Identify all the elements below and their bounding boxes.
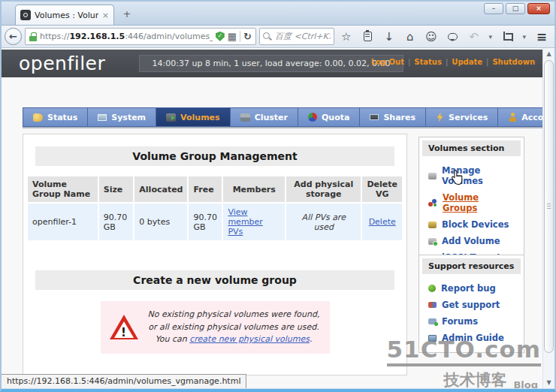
sidebar-item-forums[interactable]: Forums [428,313,516,330]
tab-accounts[interactable]: Accounts [498,107,542,127]
chat-bubble-icon[interactable] [448,33,458,41]
create-new-physical-volumes-link[interactable]: create new physical volumes [189,334,310,344]
watermark-caption: 技术博客 Blog [387,369,541,388]
vg-allocated-cell: 0 bytes [134,204,187,240]
col-allocated: Allocated [134,176,187,202]
vg-members-cell: View member PVs [223,204,285,240]
shield-icon[interactable]: ✓ [216,32,225,41]
divider [240,31,240,42]
search-input[interactable] [275,32,331,41]
view-member-pvs-link[interactable]: View member PVs [228,207,262,237]
manage-volumes-icon [428,173,437,179]
tab-cluster[interactable]: Cluster [231,107,298,127]
add-volume-icon [428,238,437,245]
undo-dropdown-caret-icon[interactable]: ▾ [486,33,495,41]
watermark-caption-cn: 技术博客 [443,369,506,388]
support-resources-title: Support resources [422,258,521,274]
lock-icon [29,32,37,41]
tab-shares[interactable]: Shares [360,107,426,127]
new-tab-button[interactable]: + [120,8,134,21]
search-box[interactable] [259,28,334,45]
bookmark-star-icon[interactable]: ☆ [337,30,355,44]
openfiler-header: openfiler 14:00:37 up 8 min, 1 user, loa… [2,50,542,77]
cluster-tab-icon [240,113,250,122]
warning-text: No existing physical volumes were found,… [147,309,321,346]
col-size: Size [99,176,134,202]
divider: | [486,58,488,66]
downloads-icon[interactable]: ↓ [380,30,398,44]
tab-close-icon[interactable]: × [102,11,109,20]
qr-code-icon[interactable]: ▦ [228,32,237,41]
volumes-tab-icon [166,113,176,122]
status-tab-icon [33,113,43,122]
col-members: Members [223,176,285,202]
header-links: Log Out | Status | Update | Shutdown [371,58,535,66]
tab-status[interactable]: Status [23,107,88,127]
divider: | [446,58,448,66]
uptime-status: 14:00:37 up 8 min, 1 user, load average:… [139,55,403,72]
logout-link[interactable]: Log Out [371,58,404,66]
report-bug-link[interactable]: Report bug [441,283,496,294]
browser-scrollbar[interactable]: ▲ ▼ [542,48,554,388]
main-content-panel: Volume Group Management Volume Group Nam… [23,134,407,375]
divider: | [408,58,410,66]
sidebar-item-manage-volumes[interactable]: Manage Volumes [428,162,516,189]
shutdown-link[interactable]: Shutdown [492,58,535,66]
back-button[interactable]: ← [5,28,22,45]
reload-button[interactable]: ↻ [243,31,252,42]
url-path: :446/admin/volumes_vgmana [125,32,213,41]
browser-tab[interactable]: Volumes : Volume Groups × [15,5,114,25]
maximize-button[interactable]: □ [506,3,525,14]
51cto-watermark: 51CTO.com 技术博客 Blog [387,338,541,388]
vg-delete-cell: Delete [362,204,402,240]
update-link[interactable]: Update [452,58,482,66]
block-devices-link[interactable]: Block Devices [442,219,509,230]
forums-link[interactable]: Forums [442,316,478,327]
hamburger-menu-icon[interactable]: ≡ [532,29,551,44]
sidebar-item-get-support[interactable]: Get support [428,297,516,313]
sidebar-item-volume-groups[interactable]: Volume Groups [428,189,516,216]
crop-dropdown-caret-icon[interactable]: ▾ [520,33,529,41]
volume-group-table: Volume Group Name Size Allocated Free Me… [26,175,403,242]
accounts-tab-icon [508,113,517,122]
get-support-link[interactable]: Get support [442,300,500,310]
tab-quota[interactable]: Quota [298,107,360,127]
minimize-button[interactable]: – [484,3,503,14]
smiley-extension-icon[interactable]: ☺ [422,30,440,44]
scroll-down-icon[interactable]: ▼ [543,377,554,388]
url-scheme: https:// [40,32,69,41]
add-volume-link[interactable]: Add Volume [442,236,500,246]
system-tab-icon [98,114,107,121]
status-bar-url-tooltip: https://192.168.1.5:446/admin/volumes_vg… [2,374,246,388]
screenshot-crop-icon[interactable] [503,32,512,41]
col-name: Volume Group Name [28,176,98,202]
undo-icon[interactable]: ↶ [465,30,483,44]
tab-services[interactable]: Services [426,107,498,127]
mouse-cursor-hand [451,170,464,185]
delete-vg-link[interactable]: Delete [369,217,396,227]
bookmarks-menu-icon[interactable] [364,32,372,41]
status-link[interactable]: Status [414,58,442,66]
vg-free-cell: 90.70 GB [189,204,222,240]
scrollbar-thumb[interactable] [544,60,554,353]
sidebar-item-report-bug[interactable]: Report bug [428,280,516,297]
volume-groups-link[interactable]: Volume Groups [443,192,516,213]
url-bar[interactable]: https://192.168.1.5:446/admin/volumes_vg… [25,28,256,45]
sidebar-item-add-volume[interactable]: Add Volume [428,233,516,249]
col-add-physical-storage: Add physical storage [286,176,361,202]
scroll-up-icon[interactable]: ▲ [543,48,554,59]
warning-exclamation: ! [110,326,138,339]
tab-label: Quota [322,113,349,122]
tab-label: Services [449,113,488,122]
tab-system[interactable]: System [88,107,156,127]
sidebar-item-block-devices[interactable]: Block Devices [428,216,516,233]
tab-label: Accounts [521,113,542,122]
vg-name-cell: openfiler-1 [28,204,98,240]
table-row: openfiler-1 90.70 GB 0 bytes 90.70 GB Vi… [28,204,402,240]
window-controls: – □ × [484,3,550,14]
home-icon[interactable]: ⌂ [401,30,419,44]
tab-volumes[interactable]: Volumes [156,107,231,127]
warning-text-after: . [310,334,313,344]
close-button[interactable]: × [527,3,550,14]
browser-titlebar: Volumes : Volume Groups × + – □ × [0,0,556,25]
